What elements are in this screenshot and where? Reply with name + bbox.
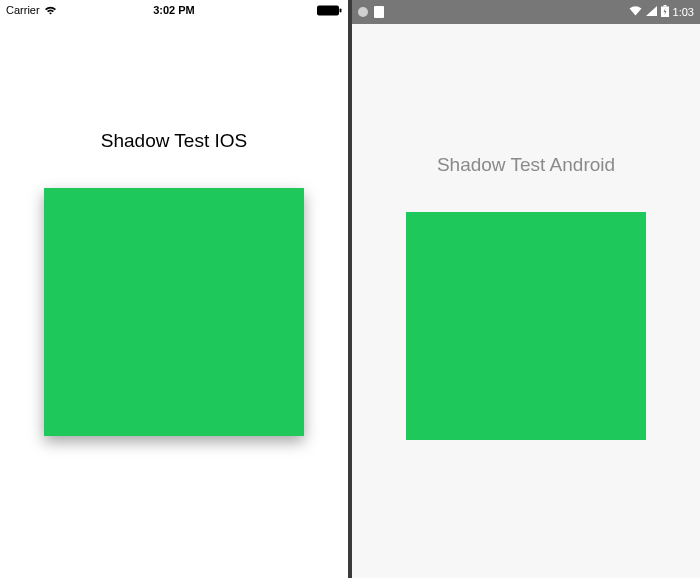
ios-status-bar: Carrier 3:02 PM (0, 0, 348, 20)
battery-icon (661, 5, 669, 19)
notification-card-icon (374, 6, 384, 18)
cellular-icon (646, 6, 657, 18)
android-screen: 1:03 Shadow Test Android (352, 0, 700, 578)
ios-status-left: Carrier (6, 4, 57, 16)
android-title: Shadow Test Android (437, 154, 615, 176)
android-status-bar: 1:03 (352, 0, 700, 24)
wifi-icon (629, 6, 642, 18)
android-shadow-box (406, 212, 646, 440)
ios-status-right (317, 5, 342, 16)
wifi-icon (44, 6, 57, 15)
battery-icon (317, 5, 342, 16)
ios-screen: Carrier 3:02 PM Shadow Test IOS (0, 0, 348, 578)
ios-carrier-label: Carrier (6, 4, 40, 16)
android-time-label: 1:03 (673, 6, 694, 18)
svg-rect-1 (340, 8, 342, 12)
notification-dot-icon (358, 7, 368, 17)
ios-title: Shadow Test IOS (101, 130, 247, 152)
android-content: Shadow Test Android (352, 24, 700, 440)
svg-rect-0 (317, 5, 339, 15)
ios-content: Shadow Test IOS (0, 20, 348, 436)
ios-time-label: 3:02 PM (153, 4, 195, 16)
android-status-right: 1:03 (629, 5, 694, 19)
svg-rect-3 (663, 5, 666, 7)
android-status-left (358, 6, 384, 18)
ios-shadow-box (44, 188, 304, 436)
